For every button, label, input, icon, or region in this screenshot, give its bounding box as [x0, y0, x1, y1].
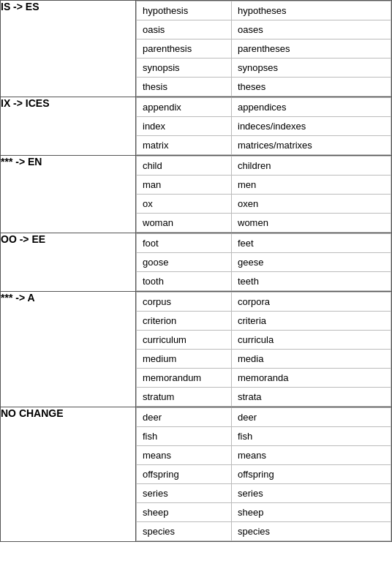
table-row: speciesspecies [137, 522, 391, 541]
table-row: goosegeese [137, 253, 391, 272]
singular-word: memorandum [137, 369, 232, 388]
singular-word: stratum [137, 388, 232, 407]
singular-word: foot [137, 234, 232, 253]
category-rows-0: hypothesishypothesesoasisoasesparenthesi… [136, 1, 392, 97]
singular-word: series [137, 484, 232, 503]
plural-word: criteria [232, 312, 391, 331]
plural-word: children [232, 157, 391, 176]
singular-word: criterion [137, 312, 232, 331]
plural-word: geese [232, 253, 391, 272]
main-table: IS -> EShypothesishypothesesoasisoasespa… [0, 0, 392, 542]
plural-word: hypotheses [232, 1, 391, 20]
singular-word: corpus [137, 293, 232, 312]
table-row: offspringoffspring [137, 465, 391, 484]
table-row: appendixappendices [137, 98, 391, 117]
table-row: corpuscorpora [137, 293, 391, 312]
table-row: thesistheses [137, 78, 391, 97]
singular-word: goose [137, 253, 232, 272]
plural-word: women [232, 214, 391, 233]
singular-word: oasis [137, 20, 232, 39]
table-row: oasisoases [137, 20, 391, 39]
singular-word: means [137, 446, 232, 465]
table-row: womanwomen [137, 214, 391, 233]
table-row: mediummedia [137, 350, 391, 369]
plural-word: oases [232, 20, 391, 39]
table-row: indexindeces/indexes [137, 117, 391, 136]
table-row: seriesseries [137, 484, 391, 503]
category-label-5: NO CHANGE [1, 407, 136, 542]
plural-word: teeth [232, 272, 391, 291]
plural-word: synopses [232, 59, 391, 78]
plural-word: indeces/indexes [232, 117, 391, 136]
singular-word: sheep [137, 503, 232, 522]
plural-word: means [232, 446, 391, 465]
plural-word: fish [232, 427, 391, 446]
singular-word: curriculum [137, 331, 232, 350]
singular-word: tooth [137, 272, 232, 291]
singular-word: thesis [137, 78, 232, 97]
category-rows-2: childchildrenmanmenoxoxenwomanwomen [136, 156, 392, 233]
singular-word: appendix [137, 98, 232, 117]
plural-word: deer [232, 408, 391, 427]
table-row: parenthesisparentheses [137, 39, 391, 59]
category-rows-5: deerdeerfishfishmeansmeansoffspringoffsp… [136, 407, 392, 542]
singular-word: man [137, 176, 232, 195]
singular-word: matrix [137, 136, 232, 155]
plural-word: offspring [232, 465, 391, 484]
table-row: footfeet [137, 234, 391, 253]
category-rows-3: footfeetgoosegeesetoothteeth [136, 233, 392, 292]
singular-word: woman [137, 214, 232, 233]
table-row: stratumstrata [137, 388, 391, 407]
table-row: criterioncriteria [137, 312, 391, 331]
plural-word: corpora [232, 293, 391, 312]
table-row: matrixmatrices/matrixes [137, 136, 391, 155]
category-label-3: OO -> EE [1, 233, 136, 292]
category-rows-4: corpuscorporacriterioncriteriacurriculum… [136, 292, 392, 407]
plural-word: appendices [232, 98, 391, 117]
plural-word: species [232, 522, 391, 541]
plural-word: curricula [232, 331, 391, 350]
plural-word: oxen [232, 195, 391, 214]
plural-word: media [232, 350, 391, 369]
table-row: meansmeans [137, 446, 391, 465]
table-row: toothteeth [137, 272, 391, 291]
category-label-0: IS -> ES [1, 1, 136, 97]
plural-word: strata [232, 388, 391, 407]
table-row: manmen [137, 176, 391, 195]
plural-word: parentheses [232, 39, 391, 59]
plural-word: series [232, 484, 391, 503]
category-label-4: *** -> A [1, 292, 136, 407]
table-row: hypothesishypotheses [137, 1, 391, 20]
plural-word: matrices/matrixes [232, 136, 391, 155]
singular-word: ox [137, 195, 232, 214]
singular-word: species [137, 522, 232, 541]
table-row: memorandummemoranda [137, 369, 391, 388]
plural-word: memoranda [232, 369, 391, 388]
table-row: fishfish [137, 427, 391, 446]
singular-word: deer [137, 408, 232, 427]
category-label-1: IX -> ICES [1, 97, 136, 156]
plural-word: theses [232, 78, 391, 97]
singular-word: hypothesis [137, 1, 232, 20]
plural-word: men [232, 176, 391, 195]
table-row: oxoxen [137, 195, 391, 214]
singular-word: index [137, 117, 232, 136]
singular-word: parenthesis [137, 39, 232, 59]
plural-word: sheep [232, 503, 391, 522]
table-row: sheepsheep [137, 503, 391, 522]
singular-word: child [137, 157, 232, 176]
table-row: deerdeer [137, 408, 391, 427]
singular-word: medium [137, 350, 232, 369]
singular-word: synopsis [137, 59, 232, 78]
plural-word: feet [232, 234, 391, 253]
table-row: synopsissynopses [137, 59, 391, 78]
singular-word: offspring [137, 465, 232, 484]
singular-word: fish [137, 427, 232, 446]
table-row: childchildren [137, 157, 391, 176]
table-row: curriculumcurricula [137, 331, 391, 350]
category-rows-1: appendixappendicesindexindeces/indexesma… [136, 97, 392, 156]
category-label-2: *** -> EN [1, 156, 136, 233]
